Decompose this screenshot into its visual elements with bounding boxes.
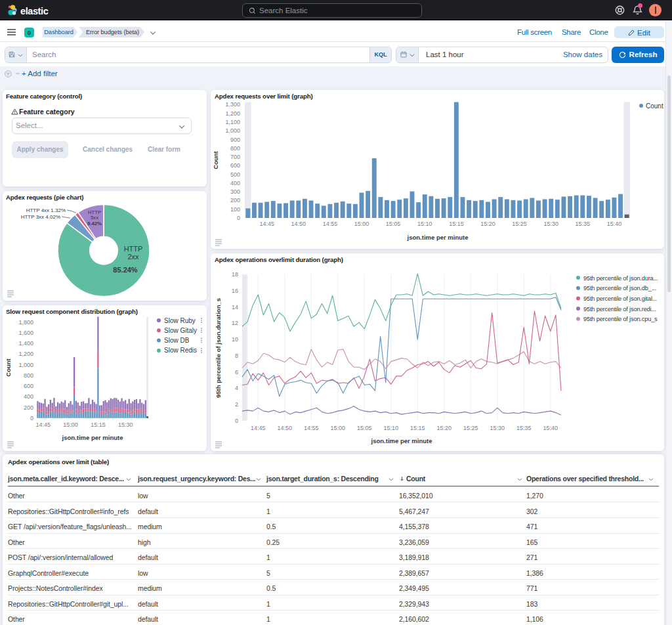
svg-text:15:30: 15:30 — [490, 425, 505, 431]
svg-text:1,300: 1,300 — [225, 101, 240, 108]
svg-text:200: 200 — [230, 197, 240, 204]
svg-text:14:45: 14:45 — [36, 421, 51, 428]
svg-text:json.time per minute: json.time per minute — [407, 234, 469, 241]
svg-text:95th percentile of json.durati: 95th percentile of json.duration_s — [215, 298, 222, 398]
svg-text:95th percentile of json.dura..: 95th percentile of json.dura... — [583, 275, 658, 282]
svg-text:600: 600 — [230, 162, 240, 169]
svg-text:4: 4 — [235, 385, 238, 391]
svg-text:15:15: 15:15 — [449, 221, 464, 227]
svg-text:10: 10 — [232, 336, 238, 343]
svg-text:14:50: 14:50 — [278, 425, 293, 431]
svg-text:15:25: 15:25 — [512, 221, 527, 227]
svg-text:15:20: 15:20 — [437, 425, 452, 431]
svg-text:15:35: 15:35 — [516, 425, 532, 431]
svg-text:Slow DB: Slow DB — [164, 337, 190, 344]
svg-text:HTTP: HTTP — [124, 245, 143, 253]
svg-text:HTTP 3xx 4.02%: HTTP 3xx 4.02% — [21, 214, 60, 220]
svg-text:15:05: 15:05 — [386, 221, 401, 227]
svg-text:15:20: 15:20 — [480, 221, 495, 227]
svg-text:6: 6 — [235, 369, 238, 376]
svg-text:400: 400 — [24, 393, 33, 400]
svg-text:Count: Count — [646, 102, 663, 110]
svg-text:700: 700 — [230, 154, 240, 160]
svg-text:0: 0 — [237, 215, 240, 221]
svg-text:1,100: 1,100 — [225, 119, 240, 125]
svg-text:1,600: 1,600 — [18, 330, 33, 336]
svg-text:200: 200 — [24, 404, 33, 411]
svg-text:15:35: 15:35 — [576, 221, 591, 227]
svg-text:100: 100 — [230, 206, 240, 213]
svg-text:15:05: 15:05 — [357, 425, 372, 431]
svg-text:15:00: 15:00 — [354, 221, 369, 227]
svg-text:85.24%: 85.24% — [113, 266, 138, 274]
svg-text:95th percentile of json.db_...: 95th percentile of json.db_... — [583, 285, 656, 291]
svg-text:Slow Ruby: Slow Ruby — [164, 317, 196, 324]
svg-text:14:55: 14:55 — [304, 425, 319, 431]
svg-text:95th percentile of json.redi..: 95th percentile of json.redi... — [583, 306, 656, 312]
svg-text:15:30: 15:30 — [118, 421, 133, 428]
svg-text:15:15: 15:15 — [410, 425, 425, 431]
svg-text:14: 14 — [232, 304, 238, 311]
svg-text:8: 8 — [235, 353, 238, 359]
svg-text:500: 500 — [230, 171, 240, 178]
svg-text:15:40: 15:40 — [607, 221, 622, 227]
svg-text:json.time per minute: json.time per minute — [62, 434, 123, 441]
svg-text:15:00: 15:00 — [63, 421, 78, 428]
svg-text:14:45: 14:45 — [251, 425, 266, 431]
svg-text:18: 18 — [232, 271, 238, 278]
svg-text:2: 2 — [235, 401, 238, 408]
svg-text:1,800: 1,800 — [18, 319, 33, 326]
svg-text:15:25: 15:25 — [463, 425, 478, 431]
svg-text:Slow Redis: Slow Redis — [164, 347, 197, 354]
svg-text:95th percentile of json.cpu_s: 95th percentile of json.cpu_s — [583, 316, 658, 322]
svg-text:12: 12 — [232, 320, 238, 326]
svg-text:14:45: 14:45 — [259, 221, 274, 227]
svg-text:800: 800 — [24, 372, 33, 379]
svg-text:1,200: 1,200 — [18, 351, 33, 357]
svg-text:1,400: 1,400 — [18, 340, 33, 347]
svg-text:400: 400 — [230, 180, 240, 186]
svg-text:15:15: 15:15 — [91, 421, 106, 428]
svg-text:16: 16 — [232, 288, 238, 294]
svg-text:9.42%: 9.42% — [87, 221, 102, 226]
svg-text:15:10: 15:10 — [384, 425, 399, 431]
svg-text:14:55: 14:55 — [323, 221, 338, 227]
svg-text:300: 300 — [230, 188, 240, 195]
svg-text:0: 0 — [235, 418, 238, 424]
svg-text:600: 600 — [24, 383, 33, 389]
svg-text:95th percentile of json.gital.: 95th percentile of json.gital... — [583, 295, 657, 302]
svg-text:2xx: 2xx — [127, 253, 139, 261]
svg-text:Count: Count — [5, 358, 12, 376]
svg-text:1,200: 1,200 — [225, 110, 240, 117]
svg-text:1,000: 1,000 — [18, 362, 33, 368]
svg-text:15:00: 15:00 — [331, 425, 346, 431]
svg-text:14:50: 14:50 — [291, 221, 306, 227]
svg-text:15:30: 15:30 — [543, 221, 558, 227]
svg-text:15:10: 15:10 — [417, 221, 432, 227]
svg-text:900: 900 — [230, 137, 240, 143]
svg-text:15:40: 15:40 — [543, 425, 558, 431]
svg-text:0: 0 — [30, 415, 33, 421]
svg-text:Count: Count — [212, 150, 219, 169]
svg-text:1,000: 1,000 — [225, 127, 240, 134]
svg-text:Slow Gitaly: Slow Gitaly — [164, 327, 197, 334]
svg-text:800: 800 — [230, 145, 240, 152]
svg-text:json.time per minute: json.time per minute — [371, 437, 432, 444]
svg-text:HTTP 4xx 1.32%: HTTP 4xx 1.32% — [26, 207, 66, 213]
